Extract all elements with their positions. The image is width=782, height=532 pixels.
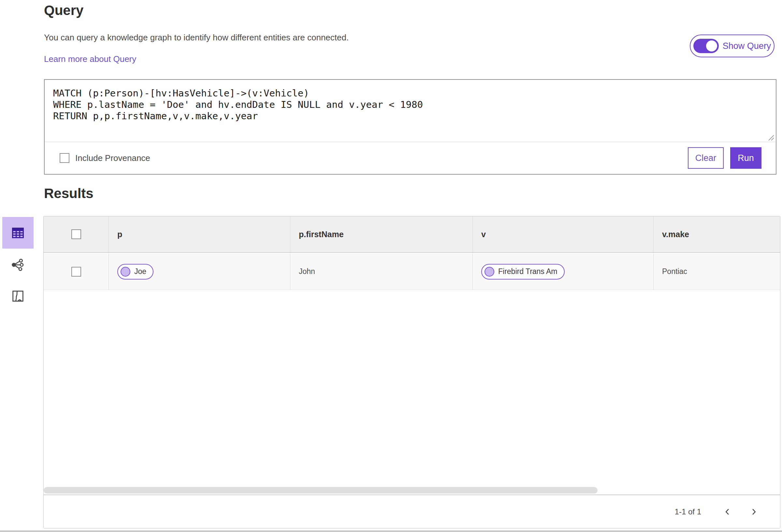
table-row[interactable]: Joe John Firebird Trans Am Pontiac <box>44 253 780 290</box>
results-table-panel: p p.firstName v v.make <box>43 216 780 528</box>
horizontal-scrollbar[interactable] <box>44 487 780 494</box>
show-query-label: Show Query <box>723 41 771 51</box>
include-provenance-checkbox[interactable] <box>60 153 69 163</box>
query-page: Query You can query a knowledge graph to… <box>0 0 782 532</box>
link-chart-icon <box>10 257 26 272</box>
cell-v-make: Pontiac <box>653 253 780 290</box>
cell-v: Firebird Trans Am <box>473 253 653 290</box>
next-page-button[interactable] <box>746 504 762 520</box>
page-title: Query <box>44 3 83 18</box>
pagination-range: 1-1 of 1 <box>675 507 701 517</box>
query-buttons: Clear Run <box>688 147 761 169</box>
chevron-right-icon <box>749 507 758 517</box>
map-icon <box>10 289 26 304</box>
toggle-track-icon[interactable] <box>694 39 719 53</box>
learn-more-link[interactable]: Learn more about Query <box>44 54 136 64</box>
query-editor-panel: MATCH (p:Person)-[hv:HasVehicle]->(v:Veh… <box>44 79 777 175</box>
chevron-left-icon <box>723 507 732 517</box>
entity-dot-icon <box>120 267 130 277</box>
header-select-cell <box>44 216 109 252</box>
entity-pill-vehicle[interactable]: Firebird Trans Am <box>481 264 565 280</box>
horizontal-scrollbar-thumb[interactable] <box>44 487 598 494</box>
table-header-row: p p.firstName v v.make <box>44 216 780 253</box>
query-code-input[interactable]: MATCH (p:Person)-[hv:HasVehicle]->(v:Veh… <box>45 80 776 142</box>
column-header-p-firstname[interactable]: p.firstName <box>290 216 473 252</box>
select-all-checkbox[interactable] <box>71 229 81 239</box>
tab-map-view[interactable] <box>2 280 34 312</box>
run-button[interactable]: Run <box>730 147 761 169</box>
table-icon <box>10 225 26 240</box>
tab-link-chart-view[interactable] <box>2 249 34 280</box>
page-description: You can query a knowledge graph to ident… <box>44 33 349 43</box>
cell-p: Joe <box>109 253 290 290</box>
show-query-toggle[interactable]: Show Query <box>690 35 775 57</box>
window-bottom-edge <box>0 530 782 532</box>
tab-table-view[interactable] <box>2 217 34 249</box>
column-header-v-make[interactable]: v.make <box>653 216 780 252</box>
cell-p-firstname: John <box>290 253 473 290</box>
row-select-cell <box>44 253 109 290</box>
table-footer: 1-1 of 1 <box>44 495 780 528</box>
entity-pill-person[interactable]: Joe <box>117 264 153 280</box>
column-header-p[interactable]: p <box>109 216 290 252</box>
clear-button[interactable]: Clear <box>688 147 724 169</box>
entity-dot-icon <box>485 267 494 277</box>
row-select-checkbox[interactable] <box>71 267 81 277</box>
column-header-v[interactable]: v <box>473 216 653 252</box>
toggle-knob[interactable] <box>706 40 717 51</box>
include-provenance-option[interactable]: Include Provenance <box>60 153 150 163</box>
query-actions-bar: Include Provenance Clear Run <box>45 142 776 174</box>
results-title: Results <box>44 186 94 201</box>
include-provenance-label: Include Provenance <box>75 153 150 163</box>
previous-page-button[interactable] <box>719 504 736 520</box>
